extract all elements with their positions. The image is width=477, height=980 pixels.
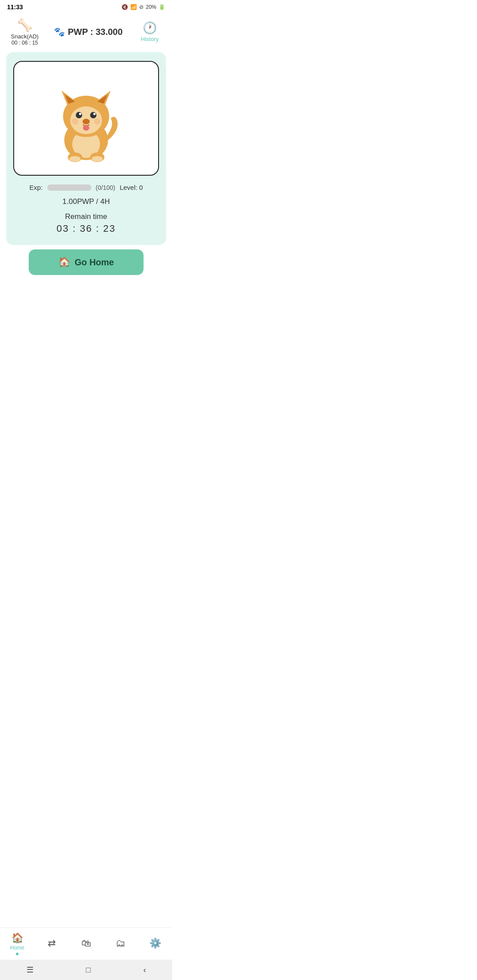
svg-point-10 <box>79 113 81 115</box>
status-time: 11:33 <box>7 4 23 11</box>
battery-icon: 🔋 <box>159 4 165 10</box>
history-icon: 🕐 <box>143 21 157 35</box>
exp-bar <box>47 185 91 191</box>
svg-point-15 <box>94 118 100 124</box>
bone-icon: 🦴 <box>17 18 33 32</box>
dog-illustration <box>46 74 126 162</box>
pwp-rate: 1.00PWP / 4H <box>62 197 110 206</box>
exp-label: Exp: <box>30 184 43 191</box>
pwp-display: 🐾 PWP : 33.000 <box>54 26 122 37</box>
pet-card <box>13 61 159 176</box>
wifi-icon: 📶 <box>130 4 137 10</box>
remain-label: Remain time <box>57 212 116 221</box>
exp-fraction: (0/100) <box>96 184 115 191</box>
paw-icon: 🐾 <box>54 26 65 37</box>
snack-timer: 00 : 06 : 15 <box>11 40 38 46</box>
mute-icon: 🔇 <box>121 4 128 10</box>
battery-text: 20% <box>146 4 156 10</box>
home-icon: 🏠 <box>58 256 70 268</box>
status-icons: 🔇 📶 ⊘ 20% 🔋 <box>121 4 165 10</box>
go-home-label: Go Home <box>75 257 114 268</box>
svg-point-19 <box>92 156 103 162</box>
dnd-icon: ⊘ <box>139 4 144 10</box>
snack-label: Snack(AD) <box>11 33 39 40</box>
remain-timer: 03 : 36 : 23 <box>57 223 116 234</box>
status-bar: 11:33 🔇 📶 ⊘ 20% 🔋 <box>0 0 172 14</box>
pwp-value: PWP : 33.000 <box>68 27 122 37</box>
svg-point-8 <box>76 112 82 118</box>
main-content: Exp: (0/100) Level: 0 1.00PWP / 4H Remai… <box>6 52 166 245</box>
top-bar: 🦴 Snack(AD) 00 : 06 : 15 🐾 PWP : 33.000 … <box>0 14 172 48</box>
go-home-button[interactable]: 🏠 Go Home <box>29 249 144 275</box>
snack-section[interactable]: 🦴 Snack(AD) 00 : 06 : 15 <box>7 18 42 46</box>
history-label: History <box>141 36 159 42</box>
remain-time-section: Remain time 03 : 36 : 23 <box>57 212 116 234</box>
level-text: Level: 0 <box>120 184 143 191</box>
svg-point-14 <box>72 118 78 124</box>
svg-point-9 <box>90 112 96 118</box>
svg-point-12 <box>83 119 90 124</box>
svg-point-11 <box>93 113 95 115</box>
svg-point-18 <box>69 156 80 162</box>
exp-row: Exp: (0/100) Level: 0 <box>30 184 143 191</box>
history-button[interactable]: 🕐 History <box>134 21 165 42</box>
svg-point-13 <box>83 125 89 131</box>
